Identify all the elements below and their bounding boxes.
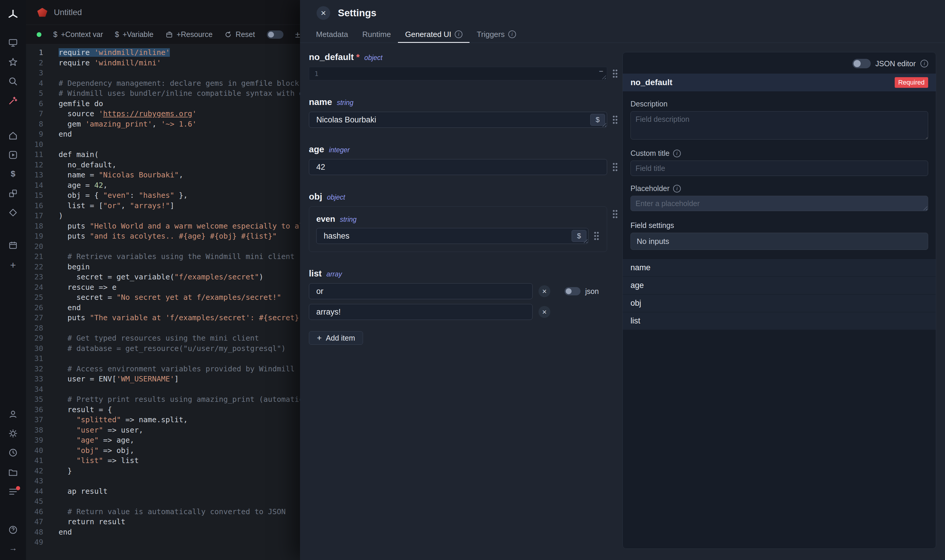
list-item-input[interactable] bbox=[309, 304, 533, 320]
settings-gear-icon[interactable] bbox=[0, 428, 26, 438]
custom-title-input[interactable] bbox=[631, 160, 928, 176]
tab-label: Metadata bbox=[316, 30, 348, 39]
assets-icon[interactable] bbox=[0, 208, 26, 218]
resource-box-icon bbox=[165, 31, 173, 38]
add-context-var-button[interactable]: $ +Context var bbox=[53, 30, 103, 39]
user-icon[interactable] bbox=[0, 409, 26, 419]
field-label: no_default bbox=[309, 52, 354, 62]
json-mode-toggle[interactable] bbox=[564, 287, 581, 295]
line-number: 10 bbox=[26, 140, 43, 150]
field-settings-label: Field settings bbox=[631, 221, 928, 230]
selected-field-row[interactable]: no_default Required bbox=[623, 74, 936, 91]
remove-item-icon[interactable]: × bbox=[538, 306, 550, 318]
ruby-language-icon bbox=[37, 8, 47, 17]
line-number: 1 bbox=[26, 48, 43, 58]
line-number: 24 bbox=[26, 282, 43, 293]
line-number: 35 bbox=[26, 394, 43, 405]
line-number: 32 bbox=[26, 364, 43, 374]
description-textarea[interactable] bbox=[631, 111, 928, 140]
recent-runs-clock-icon[interactable] bbox=[0, 448, 26, 458]
info-icon: i bbox=[508, 31, 516, 38]
resize-grip-icon[interactable] bbox=[602, 75, 606, 79]
field-label: name bbox=[309, 97, 332, 107]
placeholder-text: Placeholder bbox=[631, 184, 669, 193]
json-editor-toggle[interactable] bbox=[853, 59, 871, 68]
line-number: 13 bbox=[26, 170, 43, 180]
list-item-input[interactable] bbox=[309, 283, 533, 299]
field-label: list bbox=[309, 268, 322, 278]
create-plus-icon[interactable]: + bbox=[0, 259, 26, 271]
json-value-editor[interactable]: 1 − bbox=[309, 67, 607, 80]
home-icon[interactable] bbox=[0, 131, 26, 141]
schedules-icon[interactable] bbox=[0, 240, 26, 250]
field-label: obj bbox=[309, 192, 322, 202]
drag-handle-icon[interactable] bbox=[612, 162, 618, 172]
search-icon[interactable] bbox=[0, 76, 26, 86]
windmill-logo-icon[interactable] bbox=[0, 9, 26, 21]
tab-metadata[interactable]: Metadata bbox=[309, 26, 355, 43]
variables-icon[interactable]: $ bbox=[0, 169, 26, 178]
resources-icon[interactable] bbox=[0, 188, 26, 198]
line-numbers: 1234567891011121314151617181920212223242… bbox=[26, 45, 43, 560]
line-number: 12 bbox=[26, 160, 43, 170]
list-item: × bbox=[309, 304, 623, 320]
drag-handle-icon[interactable] bbox=[612, 209, 618, 219]
custom-title-text: Custom title bbox=[631, 149, 669, 158]
drawer-header: × Settings bbox=[300, 0, 945, 26]
drag-handle-icon[interactable] bbox=[593, 231, 600, 241]
tab-generated-ui[interactable]: Generated UIi bbox=[398, 26, 470, 43]
field-label: age bbox=[309, 144, 324, 154]
reset-label: Reset bbox=[236, 30, 255, 39]
inspector-field-row-list[interactable]: list bbox=[623, 312, 936, 330]
dollar-template-button[interactable]: $ bbox=[590, 114, 605, 126]
selected-field-name: no_default bbox=[631, 78, 672, 87]
folders-icon[interactable] bbox=[0, 468, 26, 477]
add-resource-button[interactable]: +Resource bbox=[165, 30, 213, 39]
json-editor-label: JSON editor bbox=[876, 59, 916, 68]
monitor-icon[interactable] bbox=[0, 38, 26, 48]
dollar-template-button[interactable]: $ bbox=[572, 230, 586, 242]
close-icon[interactable]: × bbox=[317, 6, 330, 20]
reset-icon bbox=[224, 31, 232, 38]
favorites-star-icon[interactable] bbox=[0, 57, 26, 67]
line-number: 18 bbox=[26, 221, 43, 232]
placeholder-input[interactable] bbox=[631, 196, 928, 211]
line-number: 40 bbox=[26, 446, 43, 456]
remove-item-icon[interactable]: × bbox=[538, 285, 550, 297]
help-icon[interactable] bbox=[0, 525, 26, 535]
status-dot bbox=[37, 32, 42, 37]
logs-icon[interactable] bbox=[0, 487, 26, 497]
even-input[interactable] bbox=[316, 228, 589, 244]
add-variable-button[interactable]: $ +Variable bbox=[115, 30, 153, 39]
age-input[interactable] bbox=[309, 159, 607, 175]
collapse-sidebar-icon[interactable]: → bbox=[0, 543, 26, 553]
description-label: Description bbox=[631, 100, 928, 108]
ai-wand-icon[interactable] bbox=[0, 95, 26, 106]
inspector-field-row-name[interactable]: name bbox=[623, 259, 936, 277]
field-list: list array × json bbox=[309, 268, 623, 345]
line-number: 44 bbox=[26, 486, 43, 497]
line-number: 41 bbox=[26, 455, 43, 466]
inspector-field-row-age[interactable]: age bbox=[623, 277, 936, 294]
diff-toggle[interactable] bbox=[267, 31, 284, 39]
tab-runtime[interactable]: Runtime bbox=[355, 26, 398, 43]
line-number: 14 bbox=[26, 180, 43, 191]
add-item-button[interactable]: + Add item bbox=[309, 331, 363, 345]
tab-triggers[interactable]: Triggersi bbox=[470, 26, 523, 43]
settings-drawer: × Settings Metadata Runtime Generated UI… bbox=[300, 0, 945, 560]
line-number: 20 bbox=[26, 242, 43, 252]
custom-title-label: Custom title i bbox=[631, 149, 928, 158]
drag-handle-icon[interactable] bbox=[612, 115, 618, 125]
line-number: 22 bbox=[26, 262, 43, 272]
collapse-json-icon[interactable]: − bbox=[599, 68, 603, 75]
name-input[interactable] bbox=[309, 112, 607, 128]
runs-icon[interactable] bbox=[0, 150, 26, 160]
inspector-field-row-obj[interactable]: obj bbox=[623, 294, 936, 312]
line-number: 17 bbox=[26, 211, 43, 221]
reset-button[interactable]: Reset bbox=[224, 30, 255, 39]
line-number: 7 bbox=[26, 109, 43, 119]
drag-handle-icon[interactable] bbox=[612, 69, 618, 78]
sidebar-rail: $ + → bbox=[0, 0, 26, 560]
info-icon: i bbox=[920, 60, 928, 68]
script-title-input[interactable]: Untitled bbox=[54, 8, 82, 17]
